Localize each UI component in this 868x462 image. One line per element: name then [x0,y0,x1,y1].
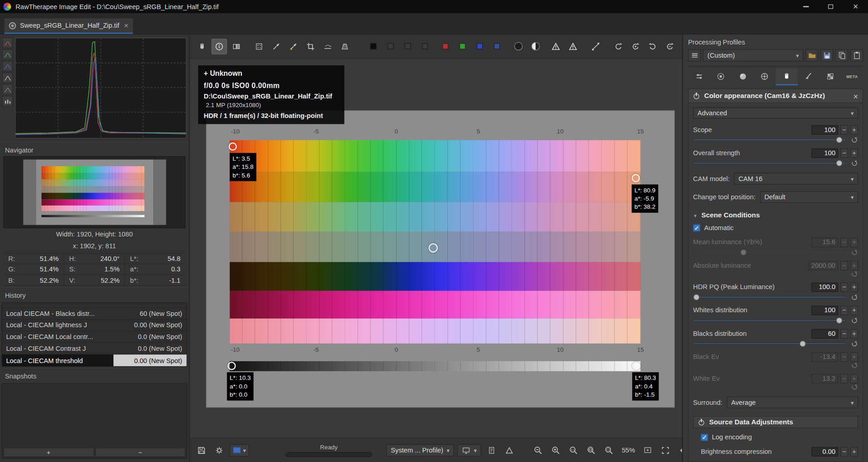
gamut-check-toggle[interactable] [628,39,643,54]
maximize-button[interactable] [818,0,843,13]
param-value[interactable]: 60 [812,329,839,339]
history-row-clipped[interactable] [2,303,186,308]
zoom-out-button[interactable] [531,443,546,457]
increment-button[interactable] [850,447,858,456]
reset-icon[interactable] [850,318,858,324]
profile-dropdown[interactable]: (Custom) [703,49,803,62]
tab-active-image[interactable]: Sweep_sRGB_Linear_Half_Zip.tif [5,18,133,34]
rotate-ccw-icon[interactable] [645,39,660,54]
history-row[interactable]: Local - CIECAM Contrast J 0.0 (New Spot) [2,343,186,355]
tab-advanced[interactable] [754,69,775,85]
preview-luminosity-channel[interactable] [489,39,504,54]
histogram-chroma-toggle[interactable] [2,84,13,95]
reset-icon[interactable] [850,137,858,143]
rendering-intent-dropdown[interactable] [457,444,481,456]
automatic-checkbox-row[interactable]: Automatic [693,224,858,231]
histogram-bar-mode-toggle[interactable] [2,96,13,106]
spot-marker-bottom-right[interactable] [632,362,640,370]
preview-grey-swatch-1[interactable] [383,39,398,54]
profile-menu-button[interactable] [688,49,701,62]
histogram-blue-toggle[interactable] [2,61,13,71]
gamut-status-toggle[interactable] [502,443,517,457]
increment-button[interactable] [850,148,858,158]
hdr-pq-slider[interactable] [693,296,846,298]
navigator-thumbnail[interactable] [36,160,153,225]
highlight-clipping-warning-icon[interactable] [565,39,580,54]
navigator-preview[interactable] [3,156,185,228]
complexity-dropdown[interactable]: Advanced [693,108,858,119]
save-image-button[interactable] [194,443,209,457]
zoom-100-button[interactable]: 1:1 [566,443,581,457]
param-value[interactable]: 100.0 [812,282,839,292]
tool-power-icon[interactable] [693,93,700,99]
history-row[interactable]: Local - CIECAM Local contr... 0.0 (New S… [2,331,186,343]
zoom-fit-crop-button[interactable] [602,443,616,457]
automatic-checkbox[interactable] [693,224,700,231]
queue-processing-button[interactable] [212,443,227,457]
zoom-in-button[interactable] [549,443,563,457]
tab-close-icon[interactable] [124,21,128,30]
blacks-distribution-slider[interactable] [693,343,846,345]
info-toggle[interactable] [211,39,227,54]
main-histogram[interactable] [15,38,186,138]
rotate-cw-icon[interactable] [662,39,678,54]
preview-grey-swatch-2[interactable] [400,39,415,54]
paste-profile-button[interactable] [850,49,863,62]
param-value[interactable]: 100 [812,305,839,315]
source-data-section-header[interactable]: Source Data Adjustments [693,416,858,428]
theme-half-toggle[interactable] [527,39,543,54]
preview-black-swatch[interactable] [366,39,381,54]
spot-marker-top-left[interactable] [229,143,237,151]
param-value[interactable]: 0.00 [812,447,839,456]
preview-grey-swatch-3[interactable] [417,39,432,54]
add-snapshot-button[interactable]: + [3,447,94,457]
send-to-editor-button[interactable] [230,444,249,456]
decrement-button[interactable] [840,148,848,158]
minimize-button[interactable] [793,0,818,13]
tool-header[interactable]: Color appearance (Cam16 & JzCzHz) [688,88,863,103]
before-after-toggle[interactable] [229,39,244,54]
whites-distribution-slider[interactable] [693,319,846,321]
close-button[interactable] [843,0,868,13]
increment-button[interactable] [850,125,858,134]
fullscreen-button[interactable] [658,443,673,457]
pan-hand-tool[interactable] [194,39,210,54]
tab-metadata[interactable]: META [841,69,863,85]
sweep-chart-image[interactable]: -10 -5 0 5 10 15 -10 -5 0 5 10 15 [206,111,674,407]
tab-color[interactable] [732,69,754,85]
increment-button[interactable] [850,329,858,339]
softproof-status-toggle[interactable] [484,443,499,457]
zoom-fit-button[interactable] [584,443,599,457]
history-row[interactable]: Local - CIECAM lightness J 0.00 (New Spo… [2,319,186,331]
tool-close-icon[interactable] [853,91,858,101]
decrement-button[interactable] [840,447,848,456]
add-detail-window-button[interactable] [640,443,655,457]
copy-profile-button[interactable] [835,49,848,62]
decrement-button[interactable] [840,305,848,315]
source-power-icon[interactable] [698,419,705,426]
reset-icon[interactable] [850,294,858,300]
tab-detail[interactable] [710,69,732,85]
surround-dropdown[interactable]: Average [727,397,858,408]
spot-marker-right[interactable] [632,174,640,182]
decrement-button[interactable] [840,329,848,339]
spot-marker-bottom-left[interactable] [228,362,236,370]
history-row-selected[interactable]: Local - CIECAM threshold 0.00 (New Spot) [2,354,186,366]
crop-tool[interactable] [303,39,318,54]
white-balance-picker-tool[interactable] [268,39,284,54]
reset-icon[interactable] [850,160,858,166]
increment-button[interactable] [850,305,858,315]
scene-conditions-expander[interactable]: Scene Conditions [693,211,858,219]
decrement-button[interactable] [840,282,848,292]
param-value[interactable]: 100 [812,125,839,134]
param-value[interactable]: 100 [812,148,839,158]
slope-preview-icon[interactable] [588,39,603,54]
increment-button[interactable] [850,282,858,292]
scope-slider[interactable] [693,139,846,141]
save-profile-button[interactable] [820,49,833,62]
softproof-toggle[interactable] [610,39,626,54]
strength-slider[interactable] [693,162,846,164]
straighten-tool[interactable] [320,39,336,54]
history-row[interactable]: Local CIECAM - Blacks distr... 60 (New S… [2,308,186,320]
tool-position-dropdown[interactable]: Default [760,191,858,203]
